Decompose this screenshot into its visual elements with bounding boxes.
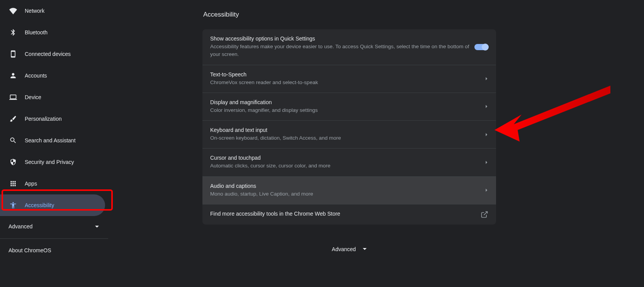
about-label: About ChromeOS: [8, 247, 51, 253]
row-text-to-speech[interactable]: Text-to-Speech ChromeVox screen reader a…: [202, 65, 496, 93]
row-cursor-touchpad[interactable]: Cursor and touchpad Automatic clicks, cu…: [202, 149, 496, 176]
sidebar: Network Bluetooth Connected devices Acco…: [0, 0, 108, 287]
row-subtitle: Mono audio, startup, Live Caption, and m…: [210, 190, 481, 198]
page-title: Accessibility: [202, 11, 496, 19]
sidebar-item-label: Apps: [25, 181, 37, 187]
chevron-right-icon: [485, 161, 488, 164]
phone-icon: [9, 50, 17, 58]
row-title: Find more accessibility tools in the Chr…: [210, 211, 481, 217]
row-subtitle: ChromeVox screen reader and select-to-sp…: [210, 79, 481, 86]
chevron-right-icon: [485, 189, 488, 192]
row-text: Audio and captions Mono audio, startup, …: [210, 183, 481, 198]
search-icon: [9, 137, 17, 144]
sidebar-item-security-privacy[interactable]: Security and Privacy: [0, 151, 105, 173]
brush-icon: [9, 115, 17, 123]
chevron-right-icon: [485, 133, 488, 136]
main-content: Accessibility Show accessibility options…: [108, 0, 644, 287]
accessibility-icon: [9, 201, 17, 209]
sidebar-item-search-assistant[interactable]: Search and Assistant: [0, 130, 105, 151]
row-title: Show accessibility options in Quick Sett…: [210, 35, 474, 42]
row-subtitle: Color inversion, magnifier, and display …: [210, 106, 481, 114]
sidebar-item-bluetooth[interactable]: Bluetooth: [0, 22, 105, 43]
divider: [0, 238, 108, 239]
chevron-down-icon: [95, 226, 99, 228]
row-text: Keyboard and text input On-screen keyboa…: [210, 127, 481, 142]
row-subtitle: Accessibility features make your device …: [210, 43, 474, 59]
sidebar-item-label: Device: [25, 94, 41, 100]
sidebar-item-device[interactable]: Device: [0, 86, 105, 108]
sidebar-item-label: Accessibility: [25, 202, 54, 208]
sidebar-item-accounts[interactable]: Accounts: [0, 65, 105, 86]
external-link-icon: [481, 211, 488, 218]
sidebar-item-label: Bluetooth: [25, 29, 48, 35]
row-title: Audio and captions: [210, 183, 481, 189]
row-text: Text-to-Speech ChromeVox screen reader a…: [210, 71, 481, 86]
shield-icon: [9, 158, 17, 166]
wifi-icon: [9, 7, 17, 15]
sidebar-item-label: Network: [25, 8, 44, 14]
person-icon: [9, 72, 17, 79]
sidebar-item-network[interactable]: Network: [0, 0, 105, 22]
sidebar-item-label: Connected devices: [25, 51, 71, 57]
sidebar-item-accessibility[interactable]: Accessibility: [0, 194, 105, 216]
row-text: Cursor and touchpad Automatic clicks, cu…: [210, 155, 481, 170]
sidebar-item-label: Security and Privacy: [25, 159, 74, 165]
row-audio-captions[interactable]: Audio and captions Mono audio, startup, …: [202, 177, 496, 204]
chevron-down-icon: [363, 248, 367, 250]
bluetooth-icon: [9, 29, 17, 36]
advanced-label: Advanced: [8, 223, 32, 230]
row-title: Keyboard and text input: [210, 127, 481, 133]
laptop-icon: [9, 93, 17, 101]
row-title: Cursor and touchpad: [210, 155, 481, 161]
row-quick-settings[interactable]: Show accessibility options in Quick Sett…: [202, 29, 496, 65]
row-keyboard-text-input[interactable]: Keyboard and text input On-screen keyboa…: [202, 121, 496, 149]
chevron-right-icon: [485, 77, 488, 80]
advanced-bottom-label: Advanced: [332, 246, 356, 252]
apps-icon: [9, 180, 17, 187]
row-web-store[interactable]: Find more accessibility tools in the Chr…: [202, 204, 496, 225]
row-text: Show accessibility options in Quick Sett…: [210, 35, 474, 59]
sidebar-item-label: Personalization: [25, 116, 62, 122]
sidebar-advanced[interactable]: Advanced: [0, 216, 108, 237]
row-subtitle: Automatic clicks, cursor size, cursor co…: [210, 162, 481, 170]
row-text: Display and magnification Color inversio…: [210, 99, 481, 114]
sidebar-item-connected-devices[interactable]: Connected devices: [0, 43, 105, 65]
row-subtitle: On-screen keyboard, dictation, Switch Ac…: [210, 134, 481, 142]
chevron-right-icon: [485, 105, 488, 108]
sidebar-item-personalization[interactable]: Personalization: [0, 108, 105, 130]
toggle-switch[interactable]: [474, 44, 488, 50]
sidebar-item-label: Accounts: [25, 73, 47, 79]
sidebar-item-label: Search and Assistant: [25, 137, 76, 144]
advanced-bottom[interactable]: Advanced: [202, 246, 496, 252]
row-title: Display and magnification: [210, 99, 481, 105]
sidebar-about[interactable]: About ChromeOS: [0, 240, 108, 260]
row-display-magnification[interactable]: Display and magnification Color inversio…: [202, 93, 496, 121]
settings-card: Show accessibility options in Quick Sett…: [202, 29, 496, 225]
row-title: Text-to-Speech: [210, 71, 481, 78]
sidebar-item-apps[interactable]: Apps: [0, 173, 105, 194]
row-text: Find more accessibility tools in the Chr…: [210, 211, 481, 218]
